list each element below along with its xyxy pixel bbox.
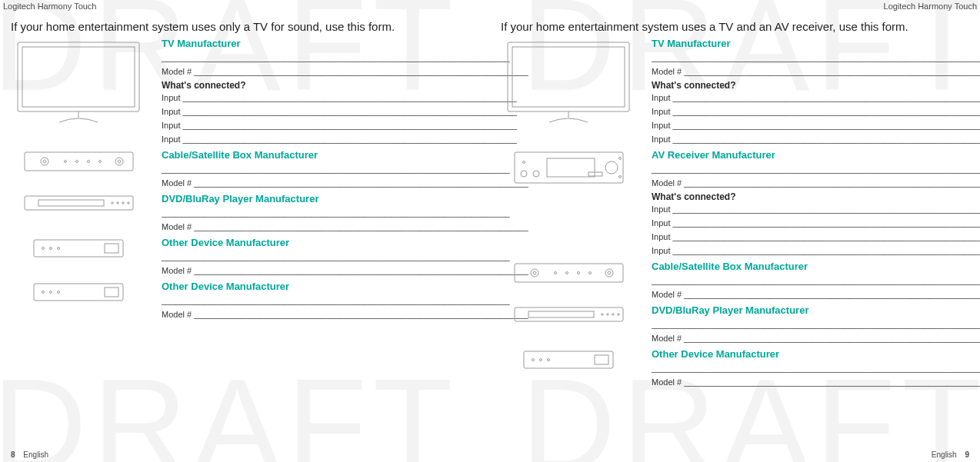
input-field[interactable]: Input [162, 105, 528, 118]
svg-point-10 [115, 158, 123, 165]
input-field[interactable]: Input [162, 118, 528, 132]
cablebox-heading: Cable/Satellite Box Manufacturer [162, 149, 528, 161]
svg-point-32 [522, 161, 525, 164]
input-field[interactable]: Input [162, 91, 528, 105]
svg-point-21 [58, 248, 60, 250]
svg-point-37 [605, 161, 618, 174]
cablebox-heading: Cable/Satellite Box Manufacturer [652, 261, 980, 272]
section-cablebox-content: Cable/Satellite Box Manufacturer Model # [146, 149, 528, 190]
page-number-left: 8 [11, 450, 15, 459]
blank-line[interactable] [652, 51, 980, 65]
input-field[interactable]: Input [652, 216, 980, 230]
model-field[interactable]: Model # [652, 375, 980, 389]
section-other-content: Other Device Manufacturer Model # [636, 348, 980, 389]
model-field[interactable]: Model # [162, 220, 528, 234]
section-other: Other Device Manufacturer Model # [501, 348, 969, 389]
svg-point-45 [577, 272, 579, 274]
svg-rect-13 [38, 200, 104, 206]
blank-line[interactable] [162, 162, 528, 176]
svg-point-7 [75, 161, 78, 163]
dvd-heading: DVD/BluRay Player Manufacturer [162, 193, 528, 204]
page-header-left: Logitech Harmony Touch [0, 0, 99, 12]
model-field[interactable]: Model # [162, 264, 528, 278]
section-cablebox-content: Cable/Satellite Box Manufacturer Model # [636, 261, 980, 301]
svg-point-43 [554, 272, 556, 274]
page-footer-left: 8 English [5, 450, 48, 459]
model-field[interactable]: Model # [162, 307, 528, 321]
blank-line[interactable] [652, 274, 980, 288]
section-tv: TV Manufacturer Model # What's connected… [501, 38, 969, 146]
section-tv-content: TV Manufacturer Model # What's connected… [636, 38, 980, 146]
blank-line[interactable] [162, 250, 528, 264]
blank-line[interactable] [652, 361, 980, 375]
svg-rect-22 [105, 244, 118, 253]
tv-icon [11, 38, 146, 124]
svg-rect-0 [18, 42, 139, 111]
section-other: Other Device Manufacturer Model # [11, 281, 479, 321]
svg-point-4 [41, 158, 48, 165]
section-tv-content: TV Manufacturer Model # What's connected… [146, 38, 528, 146]
section-dvd-content: DVD/BluRay Player Manufacturer Model # [636, 304, 980, 345]
page-number-right: 9 [965, 450, 969, 459]
whats-connected-heading: What's connected? [652, 191, 980, 202]
tv-heading: TV Manufacturer [162, 38, 528, 49]
svg-point-58 [548, 359, 550, 361]
input-field[interactable]: Input [652, 91, 980, 105]
svg-rect-36 [588, 172, 602, 176]
section-other-content: Other Device Manufacturer Model # [146, 281, 528, 321]
other-icon [11, 281, 146, 302]
model-field[interactable]: Model # [652, 288, 980, 301]
svg-point-47 [605, 269, 613, 277]
blank-line[interactable] [162, 206, 528, 220]
svg-point-51 [601, 314, 602, 315]
svg-point-41 [531, 269, 538, 277]
svg-rect-28 [508, 42, 629, 111]
blank-line[interactable] [162, 294, 528, 307]
model-field[interactable]: Model # [652, 176, 980, 190]
model-field[interactable]: Model # [652, 65, 980, 78]
model-field[interactable]: Model # [652, 331, 980, 345]
page-footer-right: English 9 [932, 450, 975, 459]
svg-point-19 [42, 248, 45, 250]
input-field[interactable]: Input [652, 132, 980, 146]
svg-point-17 [127, 202, 128, 204]
svg-point-33 [521, 171, 527, 177]
input-field[interactable]: Input [652, 105, 980, 118]
input-field[interactable]: Input [652, 230, 980, 244]
blank-line[interactable] [162, 51, 528, 65]
dvd-icon [11, 193, 146, 211]
other-heading: Other Device Manufacturer [162, 237, 528, 248]
svg-rect-18 [34, 240, 123, 257]
cablebox-icon [501, 261, 636, 284]
other-icon [501, 348, 636, 370]
svg-point-15 [116, 202, 118, 204]
avreceiver-icon [501, 149, 636, 184]
section-dvd: DVD/BluRay Player Manufacturer Model # [501, 304, 969, 345]
page-right-intro: If your home entertainment system uses a… [501, 20, 969, 33]
input-field[interactable]: Input [652, 202, 980, 216]
input-field[interactable]: Input [162, 132, 528, 146]
svg-rect-59 [595, 355, 608, 364]
svg-point-6 [64, 161, 66, 163]
svg-rect-1 [22, 47, 135, 107]
svg-rect-35 [547, 158, 595, 177]
blank-line[interactable] [652, 317, 980, 331]
model-field[interactable]: Model # [162, 65, 528, 78]
input-field[interactable]: Input [652, 244, 980, 258]
whats-connected-heading: What's connected? [162, 80, 528, 91]
tv-heading: TV Manufacturer [652, 38, 980, 49]
section-cablebox: Cable/Satellite Box Manufacturer Model # [501, 261, 969, 301]
svg-point-39 [618, 176, 621, 178]
svg-point-42 [533, 271, 536, 274]
section-other-content: Other Device Manufacturer Model # [146, 237, 528, 278]
section-tv: TV Manufacturer Model # What's connected… [11, 38, 479, 146]
blank-line[interactable] [652, 162, 980, 176]
svg-point-57 [540, 359, 542, 361]
other-heading: Other Device Manufacturer [162, 281, 528, 292]
svg-rect-31 [515, 152, 623, 183]
model-field[interactable]: Model # [162, 176, 528, 190]
dvd-heading: DVD/BluRay Player Manufacturer [652, 304, 980, 316]
svg-point-52 [606, 314, 608, 315]
input-field[interactable]: Input [652, 118, 980, 132]
svg-point-5 [43, 160, 46, 163]
